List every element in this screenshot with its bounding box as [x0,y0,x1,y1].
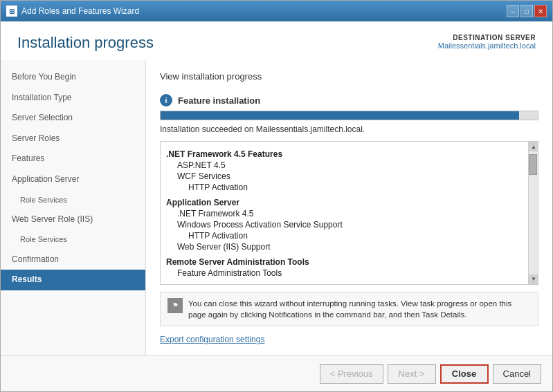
feat-app-server-header: Application Server [166,197,523,208]
features-list-container: .NET Framework 4.5 Features ASP.NET 4.5 … [160,141,538,285]
main-content: View installation progress i Feature ins… [146,60,552,355]
notification-text: You can close this wizard without interr… [188,298,531,320]
feat-wcf: WCF Services [166,171,523,182]
title-bar-left: ⊞ Add Roles and Features Wizard [6,6,139,17]
scroll-track [529,151,538,274]
page-header: Installation progress DESTINATION SERVER… [1,21,552,60]
previous-button[interactable]: < Previous [320,364,383,384]
sidebar-item-features: Features [1,149,145,169]
sidebar-item-confirmation: Confirmation [1,250,145,270]
window-close-button[interactable]: ✕ [534,5,547,17]
footer: < Previous Next > Close Cancel [1,355,552,391]
scroll-thumb [529,154,537,175]
sidebar-item-application-server: Application Server [1,169,145,190]
scrollbar[interactable]: ▲ ▼ [528,142,538,284]
sidebar-item-results: Results [1,270,145,290]
sidebar-item-role-services-1: Role Services [1,190,145,209]
view-title: View installation progress [160,71,538,82]
feat-remote-admin-header: Remote Server Administration Tools [166,256,523,268]
page-title: Installation progress [17,34,154,52]
maximize-button[interactable]: □ [520,5,533,17]
sidebar: Before You Begin Installation Type Serve… [1,60,146,355]
minimize-button[interactable]: – [507,5,519,17]
sidebar-item-installation-type: Installation Type [1,88,145,109]
destination-server-info: DESTINATION SERVER Mailessentials.jamilt… [438,34,536,50]
sidebar-item-before-you-begin: Before You Begin [1,67,145,88]
export-link[interactable]: Export configuration settings [160,335,538,344]
sidebar-item-server-roles: Server Roles [1,129,145,149]
feat-feature-admin-tools: Feature Administration Tools [166,268,523,279]
feature-installation-box: i Feature installation Installation succ… [160,94,538,134]
cancel-button[interactable]: Cancel [493,364,541,384]
next-button[interactable]: Next > [388,364,436,384]
scroll-down-arrow[interactable]: ▼ [529,274,538,284]
app-icon: ⊞ [6,6,17,17]
feat-net-4-5: .NET Framework 4.5 [166,208,523,219]
title-controls: – □ ✕ [507,5,547,17]
feat-web-server-iis: Web Server (IIS) Support [166,241,523,252]
info-icon: i [160,94,172,106]
full-wrapper: Installation progress DESTINATION SERVER… [1,21,552,391]
sidebar-item-web-server-role: Web Server Role (IIS) [1,209,145,230]
main-window: ⊞ Add Roles and Features Wizard – □ ✕ In… [0,0,553,392]
feat-http-activation-2: HTTP Activation [166,230,523,241]
progress-bar-fill [161,111,519,120]
sidebar-item-server-selection: Server Selection [1,108,145,129]
feature-installation-row: i Feature installation [160,94,538,106]
success-text: Installation succeeded on Mailessentials… [160,124,538,134]
close-button[interactable]: Close [440,364,489,384]
scroll-up-arrow[interactable]: ▲ [529,142,538,151]
notification-icon: ⚑ [167,298,183,313]
window-title: Add Roles and Features Wizard [21,6,139,16]
features-list-scrollable[interactable]: .NET Framework 4.5 Features ASP.NET 4.5 … [161,142,528,284]
feat-http-activation-1: HTTP Activation [166,182,523,193]
top-part: Before You Begin Installation Type Serve… [1,60,552,355]
feature-installation-label: Feature installation [178,95,260,106]
notification-box: ⚑ You can close this wizard without inte… [160,292,538,326]
feat-net-framework-header: .NET Framework 4.5 Features [166,149,523,160]
feat-aspnet: ASP.NET 4.5 [166,160,523,171]
title-bar: ⊞ Add Roles and Features Wizard – □ ✕ [1,1,552,21]
feat-wpas: Windows Process Activation Service Suppo… [166,219,523,230]
destination-label: DESTINATION SERVER [438,34,536,41]
progress-bar-container [160,111,538,120]
sidebar-item-role-services-2: Role Services [1,230,145,249]
main-body: View installation progress i Feature ins… [146,60,552,355]
server-name: Mailessentials.jamiltech.local [438,41,536,50]
